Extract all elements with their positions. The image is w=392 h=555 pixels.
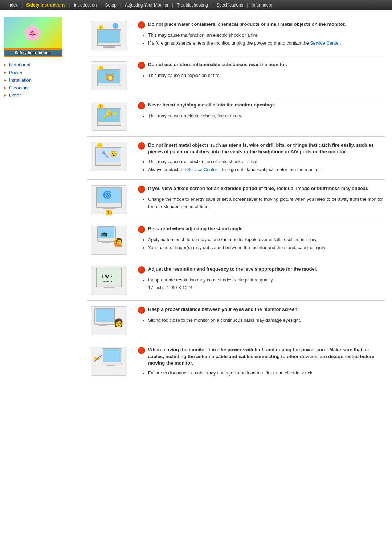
item-bullets-4: This may cause malfunction, an electric … [148, 158, 385, 173]
caution-icon-8: 🚫 [138, 307, 145, 314]
item-bullets-7: Inappropriate resolution may cause undes… [148, 276, 385, 284]
svg-point-29 [106, 210, 112, 215]
svg-text:{ w }: { w } [102, 273, 112, 279]
safety-item-moving: 👐 🚫 When moving the monitor, turn the po… [87, 341, 385, 383]
nav-information[interactable]: Information [248, 3, 277, 8]
safety-item-stand-angle: 🙋 📺 🚫 Be careful when adjusting the stan… [87, 220, 385, 260]
svg-text:🔧: 🔧 [101, 150, 109, 158]
sidebar-item-notational[interactable]: ► Notational [4, 61, 80, 69]
item-heading-9: When moving the monitor, turn the power … [148, 347, 385, 366]
sidebar-item-other[interactable]: ► Other [4, 92, 80, 99]
svg-text:💥: 💥 [105, 72, 115, 82]
caution-icon-7: 🚫 [138, 266, 145, 274]
item-text-1: 🚫 Do not place water containers, chemica… [138, 21, 385, 48]
safety-item-fixed-screen: 🌀 ! 🚫 If you view a fixed screen for an … [87, 180, 385, 220]
item-title-2: 🚫 Do not use or store inflammable substa… [138, 61, 385, 69]
nav-safety-instructions[interactable]: Safety Instructions [23, 3, 69, 8]
svg-rect-1 [98, 30, 120, 43]
svg-text:!: ! [100, 67, 101, 70]
caution-icon-3: 🚫 [138, 102, 145, 109]
item-heading-3: Never insert anything metallic into the … [148, 102, 276, 108]
sidebar-label-notational: Notational [9, 62, 30, 68]
sidebar-nav: ► Notational ► Power ► Installation ► Cl… [4, 61, 80, 99]
item-text-9: 🚫 When moving the monitor, turn the powe… [138, 347, 385, 377]
sidebar-item-cleaning[interactable]: ► Cleaning [4, 84, 80, 92]
bullet-3-1: This may cause an electric shock, fire o… [148, 112, 385, 119]
item-bullets-9: Failure to disconnect a cable may damage… [148, 369, 385, 377]
nav-adjusting[interactable]: Adjusting Your Monitor [121, 3, 172, 8]
item-image-3: 🔑 ⚡ ! [87, 102, 131, 131]
service-center-link-2[interactable]: Service Center [187, 167, 217, 172]
item-title-7: 🚫 Adjust the resolution and frequency to… [138, 266, 385, 274]
item-image-5: 🌀 ! [87, 185, 131, 214]
arrow-icon-cleaning: ► [4, 86, 7, 90]
item-image-8: 👩 [87, 306, 131, 335]
nav-troubleshooting[interactable]: Troubleshooting [173, 3, 212, 8]
bullet-6-2: Your hand or finger(s) may get caught be… [148, 244, 385, 251]
item-image-1: 💧 ! [87, 21, 131, 50]
bullet-1-1: This may cause malfunction, an electric … [148, 32, 385, 39]
item-text-8: 🚫 Keep a proper distance between your ey… [138, 306, 385, 325]
main-layout: Safety Instructions ► Notational ► Power… [0, 10, 392, 390]
sidebar-label-installation: Installation [9, 77, 32, 83]
item-title-4: 🚫 Do not insert metal objects such as ut… [138, 142, 385, 155]
svg-point-6 [99, 25, 103, 30]
item-heading-4: Do not insert metal objects such as uten… [148, 142, 385, 155]
item-image-9: 👐 [87, 347, 131, 376]
top-navigation: Index | Safety Instructions | Introducti… [0, 0, 392, 10]
service-center-link-1[interactable]: Service Center [310, 41, 340, 46]
sidebar-item-installation[interactable]: ► Installation [4, 76, 80, 84]
item-title-6: 🚫 Be careful when adjusting the stand an… [138, 226, 385, 233]
nav-introduction[interactable]: Introduction [70, 3, 101, 8]
item-bullets-6: Applying too much force may cause the mo… [148, 236, 385, 251]
item-title-1: 🚫 Do not place water containers, chemica… [138, 21, 385, 29]
bullet-8-1: Sitting too close to the monitor on a co… [148, 317, 385, 324]
item-heading-7: Adjust the resolution and frequency to t… [148, 266, 317, 272]
item-text-4: 🚫 Do not insert metal objects such as ut… [138, 142, 385, 174]
arrow-icon-power: ► [4, 70, 7, 74]
item-text-3: 🚫 Never insert anything metallic into th… [138, 102, 385, 120]
caution-icon-4: 🚫 [138, 142, 145, 150]
bullet-4-1: This may cause malfunction, an electric … [148, 158, 385, 165]
safety-item-water: 💧 ! 🚫 Do not place water containers, che… [87, 16, 385, 56]
safety-item-metallic: 🔑 ⚡ ! 🚫 Never insert anything metallic i… [87, 96, 385, 137]
item-image-7: { w } ～～～ [87, 266, 131, 295]
caution-icon-6: 🚫 [138, 226, 145, 233]
safety-item-resolution: { w } ～～～ 🚫 Adjust the resolution and fr… [87, 260, 385, 301]
nav-specifications[interactable]: Specifications [213, 3, 247, 8]
bullet-7-1: Inappropriate resolution may cause undes… [148, 276, 385, 284]
item-text-2: 🚫 Do not use or store inflammable substa… [138, 61, 385, 80]
bullet-1-2: If a foreign substance enters the monito… [148, 40, 385, 47]
svg-text:📺: 📺 [101, 231, 107, 237]
sidebar-item-power[interactable]: ► Power [4, 69, 80, 76]
item-title-9: 🚫 When moving the monitor, turn the powe… [138, 347, 385, 366]
safety-item-eyes: 👩 🚫 Keep a proper distance between your … [87, 301, 385, 341]
svg-text:💧: 💧 [114, 24, 119, 28]
svg-rect-43 [99, 324, 107, 326]
arrow-icon-installation: ► [4, 78, 7, 82]
item-text-7: 🚫 Adjust the resolution and frequency to… [138, 266, 385, 290]
svg-rect-48 [107, 365, 115, 366]
item-heading-5: If you view a fixed screen for an extend… [148, 185, 368, 192]
nav-setup[interactable]: Setup [101, 3, 120, 8]
item-title-8: 🚫 Keep a proper distance between your ey… [138, 306, 385, 314]
item-heading-8: Keep a proper distance between your eyes… [148, 306, 299, 313]
item-image-2: 💥 ! [87, 61, 131, 90]
content-area: 💧 ! 🚫 Do not place water containers, che… [83, 14, 392, 386]
banner-label: Safety Instructions [4, 50, 62, 56]
item-heading-1: Do not place water containers, chemical … [148, 21, 346, 28]
nav-index[interactable]: Index [4, 3, 21, 8]
safety-item-vents: 🔧 😵 ! 🚫 Do not insert metal objects such… [87, 137, 385, 180]
illustration-metallic: 🔑 ⚡ ! [91, 102, 127, 131]
item-title-5: 🚫 If you view a fixed screen for an exte… [138, 185, 385, 193]
svg-text:!: ! [108, 211, 109, 215]
svg-rect-42 [96, 309, 114, 322]
caution-icon-2: 🚫 [138, 62, 145, 69]
svg-text:!: ! [99, 144, 100, 148]
sidebar: Safety Instructions ► Notational ► Power… [0, 14, 83, 386]
bullet-5-1: Change the mode to energy save or set a … [148, 196, 385, 210]
svg-text:🌀: 🌀 [103, 190, 112, 199]
item-bullets-8: Sitting too close to the monitor on a co… [148, 317, 385, 324]
svg-text:🙋: 🙋 [114, 237, 124, 247]
item-text-5: 🚫 If you view a fixed screen for an exte… [138, 185, 385, 211]
